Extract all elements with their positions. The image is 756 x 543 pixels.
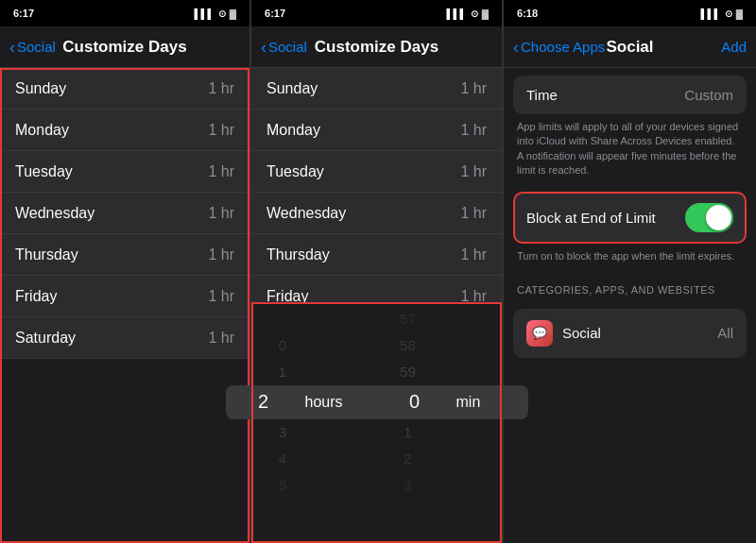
saturday-value-1: 1 hr (208, 330, 234, 347)
monday-row-1[interactable]: Monday 1 hr (0, 110, 249, 151)
saturday-row-1[interactable]: Saturday 1 hr (0, 317, 249, 359)
sunday-value-1: 1 hr (208, 80, 234, 97)
status-bar-1: 6:17 ▌▌▌ ⊙ ▓ (0, 0, 249, 26)
nav-action-add[interactable]: Add (721, 39, 747, 55)
wednesday-value-2: 1 hr (460, 205, 487, 222)
picker-cell-5: 5 (251, 477, 314, 493)
friday-value-2: 1 hr (460, 288, 487, 302)
status-icons-1: ▌▌▌ ⊙ ▓ (194, 8, 236, 19)
block-label: Block at End of Limit (526, 210, 656, 226)
monday-label-1: Monday (15, 122, 69, 139)
picker-cell-min-59: 59 (377, 364, 439, 380)
sunday-label-2: Sunday (266, 80, 318, 97)
block-section: Block at End of Limit (513, 192, 747, 244)
block-description: Turn on to block the app when the limit … (504, 244, 756, 269)
time-2: 6:17 (265, 8, 285, 19)
picker-row-faded-5: 4 2 (251, 446, 502, 472)
monday-value-2: 1 hr (460, 122, 487, 139)
sunday-row-2[interactable]: Sunday 1 hr (251, 68, 502, 110)
nav-back-label-2: Social (268, 39, 307, 55)
nav-back-1[interactable]: ‹ Social (9, 39, 56, 56)
nav-back-3[interactable]: ‹ Choose Apps (513, 39, 605, 56)
status-bar-2: 6:17 ▌▌▌ ⊙ ▓ (251, 0, 502, 26)
picker-selected-hours-label: hours (301, 394, 377, 411)
battery-icon-1: ▓ (230, 8, 236, 19)
monday-value-1: 1 hr (208, 122, 234, 139)
thursday-value-2: 1 hr (460, 246, 487, 263)
monday-label-2: Monday (266, 122, 320, 139)
time-row[interactable]: Time Custom (513, 76, 747, 114)
toggle-knob (706, 205, 731, 230)
picker-cell-min-1: 1 (377, 424, 439, 440)
nav-title-2: Customize Days (315, 38, 438, 57)
picker-cell-min-58: 58 (377, 337, 439, 353)
panel-2: 6:17 ▌▌▌ ⊙ ▓ ‹ Social Customize Days Sun… (251, 0, 503, 543)
monday-row-2[interactable]: Monday 1 hr (251, 110, 502, 151)
social-value: All (717, 325, 733, 341)
picker-row-faded-6: 5 3 (251, 472, 502, 499)
picker-row-faded-4: 3 1 (251, 419, 502, 446)
wednesday-row-1[interactable]: Wednesday 1 hr (0, 193, 249, 234)
battery-icon-3: ▓ (736, 8, 743, 19)
days-list-1: Sunday 1 hr Monday 1 hr Tuesday 1 hr Wed… (0, 68, 249, 543)
friday-value-1: 1 hr (208, 288, 234, 305)
sunday-value-2: 1 hr (460, 80, 487, 97)
tuesday-row-1[interactable]: Tuesday 1 hr (0, 151, 249, 193)
picker-selected-min: 0 (377, 391, 453, 413)
battery-icon-2: ▓ (482, 8, 489, 19)
time-section: Time Custom (513, 76, 747, 114)
categories-header: CATEGORIES, APPS, AND WEBSITES (504, 269, 756, 301)
back-chevron-2: ‹ (261, 39, 266, 56)
thursday-row-2[interactable]: Thursday 1 hr (251, 234, 502, 276)
picker-row-faded-1: 57 (251, 306, 502, 332)
picker-cell-min-2: 2 (377, 450, 439, 467)
tuesday-value-1: 1 hr (208, 163, 234, 180)
wednesday-value-1: 1 hr (208, 205, 234, 222)
nav-back-label-1: Social (17, 39, 56, 55)
picker-selected-min-label: min (453, 394, 528, 411)
thursday-row-1[interactable]: Thursday 1 hr (0, 234, 249, 276)
friday-row-2[interactable]: Friday 1 hr (251, 276, 502, 302)
signal-icon-3: ▌▌▌ (700, 8, 720, 19)
block-row[interactable]: Block at End of Limit (513, 192, 747, 244)
nav-title-1: Customize Days (62, 38, 186, 57)
tuesday-value-2: 1 hr (460, 163, 487, 180)
time-value: Custom (684, 87, 733, 103)
tuesday-row-2[interactable]: Tuesday 1 hr (251, 151, 502, 193)
friday-label-1: Friday (15, 288, 57, 305)
time-picker[interactable]: 57 0 58 1 59 2 hours 0 min 3 1 (251, 302, 502, 544)
picker-cell-1: 1 (251, 364, 314, 380)
tuesday-label-1: Tuesday (15, 163, 73, 180)
nav-header-3: ‹ Choose Apps Social Add (504, 26, 756, 68)
status-icons-3: ▌▌▌ ⊙ ▓ (700, 8, 743, 19)
picker-cell-0: 0 (251, 337, 314, 353)
social-icon: 💬 (526, 320, 553, 347)
wednesday-row-2[interactable]: Wednesday 1 hr (251, 193, 502, 234)
sunday-row-1[interactable]: Sunday 1 hr (0, 68, 249, 110)
time-3: 6:18 (517, 8, 538, 19)
picker-selected-row: 2 hours 0 min (226, 385, 528, 419)
panel-1: 6:17 ▌▌▌ ⊙ ▓ ‹ Social Customize Days Sun… (0, 0, 250, 543)
picker-row-faded-3: 1 59 (251, 359, 502, 385)
picker-row-faded-2: 0 58 (251, 332, 502, 359)
block-toggle[interactable] (685, 203, 733, 232)
wednesday-label-2: Wednesday (266, 205, 346, 222)
wifi-icon-3: ⊙ (725, 8, 732, 19)
nav-header-1: ‹ Social Customize Days (0, 26, 249, 68)
social-row[interactable]: 💬 Social All (513, 309, 747, 358)
back-chevron-1: ‹ (9, 39, 15, 56)
nav-title-3: Social (606, 38, 653, 57)
thursday-value-1: 1 hr (208, 246, 234, 263)
friday-row-1[interactable]: Friday 1 hr (0, 276, 249, 317)
status-icons-2: ▌▌▌ ⊙ ▓ (446, 8, 489, 19)
nav-back-2[interactable]: ‹ Social (261, 39, 307, 56)
social-row-content: 💬 Social (526, 320, 601, 347)
days-list-2: Sunday 1 hr Monday 1 hr Tuesday 1 hr Wed… (251, 68, 502, 302)
nav-back-label-3: Choose Apps (521, 39, 605, 55)
picker-cell-3: 3 (251, 424, 314, 440)
social-label: Social (562, 325, 601, 341)
signal-icon-2: ▌▌▌ (446, 8, 466, 19)
back-chevron-3: ‹ (513, 39, 519, 56)
social-section: 💬 Social All (513, 309, 747, 358)
sunday-label-1: Sunday (15, 80, 66, 97)
